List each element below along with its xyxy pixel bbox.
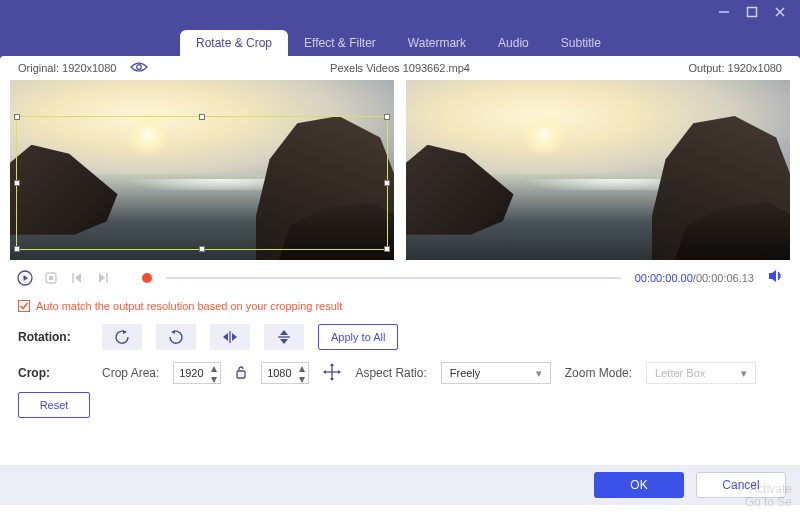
close-icon[interactable]	[774, 6, 786, 18]
aspect-ratio-label: Aspect Ratio:	[355, 366, 426, 380]
svg-rect-8	[49, 276, 53, 280]
tab-audio[interactable]: Audio	[482, 30, 545, 56]
auto-match-checkbox[interactable]	[18, 300, 30, 312]
preview-original[interactable]	[10, 80, 394, 260]
svg-marker-21	[280, 339, 288, 344]
svg-marker-25	[330, 363, 334, 366]
playhead-icon[interactable]	[142, 273, 152, 283]
flip-vertical-icon[interactable]	[264, 324, 304, 350]
svg-marker-18	[232, 333, 237, 341]
svg-marker-13	[769, 270, 776, 282]
meta-bar: Original: 1920x1080 Pexels Videos 109366…	[10, 56, 790, 80]
next-frame-icon[interactable]	[94, 269, 112, 287]
maximize-icon[interactable]	[746, 6, 758, 18]
tab-effect-filter[interactable]: Effect & Filter	[288, 30, 392, 56]
tab-rotate-crop[interactable]: Rotate & Crop	[180, 30, 288, 56]
windows-watermark: ActivateGo to Se	[745, 483, 792, 509]
tabs: Rotate & Crop Effect & Filter Watermark …	[0, 24, 800, 56]
svg-rect-22	[237, 371, 245, 378]
rotation-label: Rotation:	[18, 330, 88, 344]
preview-row	[10, 80, 790, 260]
svg-marker-20	[280, 330, 288, 335]
lock-icon[interactable]	[235, 365, 247, 382]
svg-marker-17	[223, 333, 228, 341]
svg-marker-10	[75, 273, 81, 283]
filename: Pexels Videos 1093662.mp4	[330, 62, 470, 74]
rotation-row: Rotation: Apply to All	[10, 318, 790, 356]
transport: 00:00:00.00/00:00:06.13	[10, 260, 790, 290]
chevron-down-icon: ▾	[296, 373, 308, 384]
rotate-right-icon[interactable]	[156, 324, 196, 350]
svg-rect-1	[748, 8, 757, 17]
zoom-mode-select[interactable]: Letter Box▾	[646, 362, 756, 384]
reset-row: Reset	[10, 390, 790, 424]
volume-icon[interactable]	[768, 269, 784, 287]
output-label: Output: 1920x1080	[688, 62, 782, 74]
auto-match-label: Auto match the output resolution based o…	[36, 300, 342, 312]
center-icon[interactable]	[323, 363, 341, 384]
svg-marker-26	[330, 378, 334, 381]
prev-frame-icon[interactable]	[68, 269, 86, 287]
minimize-icon[interactable]	[718, 6, 730, 18]
svg-marker-27	[323, 370, 326, 374]
bottom-bar: OK Cancel	[0, 465, 800, 505]
timeline[interactable]	[166, 277, 621, 279]
tab-watermark[interactable]: Watermark	[392, 30, 482, 56]
aspect-ratio-select[interactable]: Freely▾	[441, 362, 551, 384]
flip-horizontal-icon[interactable]	[210, 324, 250, 350]
tab-subtitle[interactable]: Subtitle	[545, 30, 617, 56]
timecode: 00:00:00.00/00:00:06.13	[635, 272, 754, 284]
zoom-mode-label: Zoom Mode:	[565, 366, 632, 380]
crop-box[interactable]	[16, 116, 388, 250]
reset-button[interactable]: Reset	[18, 392, 90, 418]
crop-row: Crop: Crop Area: 1920▴▾ 1080▴▾ Aspect Ra…	[10, 356, 790, 390]
svg-marker-15	[171, 330, 175, 334]
chevron-down-icon: ▾	[536, 367, 542, 380]
svg-marker-28	[338, 370, 341, 374]
crop-width-input[interactable]: 1920▴▾	[173, 362, 221, 384]
svg-marker-14	[123, 330, 127, 334]
svg-point-4	[137, 65, 142, 70]
ok-button[interactable]: OK	[594, 472, 684, 498]
content: Original: 1920x1080 Pexels Videos 109366…	[0, 56, 800, 515]
svg-marker-11	[99, 273, 105, 283]
preview-output	[406, 80, 790, 260]
crop-label: Crop:	[18, 366, 88, 380]
titlebar	[0, 0, 800, 24]
apply-all-button[interactable]: Apply to All	[318, 324, 398, 350]
preview-eye-icon[interactable]	[130, 61, 148, 75]
chevron-down-icon: ▾	[208, 373, 220, 384]
play-icon[interactable]	[16, 269, 34, 287]
svg-marker-6	[24, 275, 29, 281]
crop-area-label: Crop Area:	[102, 366, 159, 380]
crop-height-input[interactable]: 1080▴▾	[261, 362, 309, 384]
auto-match[interactable]: Auto match the output resolution based o…	[10, 290, 790, 318]
chevron-down-icon: ▾	[741, 367, 747, 380]
stop-icon[interactable]	[42, 269, 60, 287]
original-label: Original: 1920x1080	[18, 62, 116, 74]
rotate-left-icon[interactable]	[102, 324, 142, 350]
